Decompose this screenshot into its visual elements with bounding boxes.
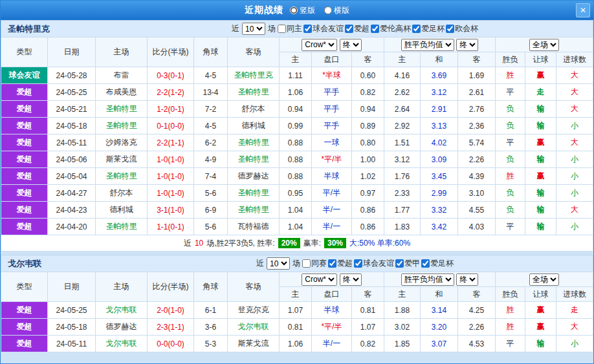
window-title: 近期战绩 bbox=[245, 5, 283, 16]
competition-filter-option[interactable]: 同主 bbox=[277, 23, 302, 34]
filter-checkbox[interactable] bbox=[302, 259, 311, 268]
col-away: 客场 bbox=[228, 272, 280, 302]
competition-filter-option[interactable]: 球会友谊 bbox=[353, 258, 394, 269]
match-date: 24-05-18 bbox=[48, 118, 96, 134]
mean-odds-draw: 3.13 bbox=[421, 118, 458, 134]
result-handicap: 赢 bbox=[525, 134, 556, 151]
match-type-badge: 爱超 bbox=[1, 219, 48, 235]
handicap-odds-away: 0.94 bbox=[352, 101, 384, 118]
filter-checkbox[interactable] bbox=[412, 25, 421, 33]
filter-checkbox[interactable] bbox=[328, 259, 336, 268]
filter-checkbox[interactable] bbox=[303, 25, 312, 33]
summary-text-4: 大:50% 单率:60% bbox=[349, 238, 410, 249]
result-goals: 大 bbox=[556, 202, 593, 219]
mean-odds-draw: 2.91 bbox=[421, 101, 458, 118]
result-handicap: 输 bbox=[525, 336, 556, 352]
corner-count: 4-9 bbox=[194, 151, 228, 168]
mean-final-select[interactable]: 终 bbox=[456, 39, 478, 51]
corner-count: 7-4 bbox=[194, 168, 228, 185]
mean-odds-away: 4.25 bbox=[458, 302, 496, 319]
home-team-name: 圣帕特里 bbox=[96, 101, 148, 118]
result-handicap: 输 bbox=[525, 219, 556, 235]
mean-odds-away: 2.26 bbox=[458, 151, 496, 168]
mean-odds-home: 2.62 bbox=[384, 84, 421, 101]
score: 2-0(1-0) bbox=[148, 302, 194, 319]
filter-checkbox[interactable] bbox=[345, 25, 353, 33]
result-goals: 大 bbox=[556, 67, 593, 84]
scope-select[interactable]: 全场 bbox=[529, 273, 559, 286]
scope-select[interactable]: 全场 bbox=[529, 39, 559, 51]
competition-filter-option[interactable]: 欧会杯 bbox=[445, 23, 478, 34]
mean-odds-draw: 3.12 bbox=[421, 84, 458, 101]
mean-odds-select[interactable]: 胜平负均值 bbox=[401, 273, 454, 286]
vertical-radio-label: 竖版 bbox=[300, 5, 315, 16]
near-label: 近 bbox=[232, 23, 239, 34]
competition-filter-option[interactable]: 爱超 bbox=[327, 258, 353, 269]
odds-source-group: Crow* 终 bbox=[280, 272, 384, 287]
matches-body-1: 球会友谊24-05-28布雷0-3(0-1)4-5圣帕特里克1.11*半球0.6… bbox=[1, 67, 593, 235]
result-wdl: 负 bbox=[496, 185, 525, 202]
layout-horizontal-option[interactable]: 横版 bbox=[324, 5, 349, 16]
result-goals: 小 bbox=[556, 168, 593, 185]
odds-source-select[interactable]: Crow* bbox=[302, 39, 337, 51]
corner-count: 6-2 bbox=[194, 134, 228, 151]
filter-checkbox[interactable] bbox=[421, 259, 430, 268]
match-count-select[interactable]: 10 bbox=[267, 257, 290, 270]
result-goals: 小 bbox=[556, 151, 593, 168]
competition-filter-option[interactable]: 爱足杯 bbox=[421, 258, 454, 269]
close-button[interactable]: ✕ bbox=[576, 3, 590, 17]
match-date: 24-04-20 bbox=[48, 219, 96, 235]
odds-source-select[interactable]: Crow* bbox=[302, 273, 337, 286]
mean-final-select[interactable]: 终 bbox=[456, 273, 478, 286]
match-row: 爱超24-05-18德罗赫达2-3(1-1)3-6戈尔韦联0.81*平/半1.0… bbox=[1, 319, 593, 336]
home-team-name: 圣帕特里 bbox=[96, 219, 148, 235]
team-section-2: 戈尔韦联 近 10 场 同赛爱超球会友谊爱甲爱足杯 类型 日期 主场 比分 bbox=[1, 255, 593, 352]
match-count-select[interactable]: 10 bbox=[242, 23, 265, 35]
filter-checkbox[interactable] bbox=[446, 25, 454, 33]
odds-final-select[interactable]: 终 bbox=[340, 273, 362, 286]
col-type: 类型 bbox=[1, 37, 48, 67]
horizontal-radio[interactable] bbox=[324, 6, 332, 14]
col-handicap: 盘口 bbox=[312, 52, 352, 67]
corner-count: 5-6 bbox=[194, 185, 228, 202]
summary-text-3: 赢率: bbox=[303, 238, 321, 249]
col-corner: 角球 bbox=[194, 272, 228, 302]
result-wdl: 负 bbox=[496, 101, 525, 118]
competition-filter-option[interactable]: 爱伦高杯 bbox=[370, 23, 411, 34]
match-row: 爱超24-05-11戈尔韦联0-0(0-0)5-3斯莱戈流1.06半/一0.82… bbox=[1, 336, 593, 352]
corner-count: 13-4 bbox=[194, 84, 228, 101]
mean-odds-home: 1.83 bbox=[384, 219, 421, 235]
competition-filter-option[interactable]: 爱超 bbox=[344, 23, 369, 34]
result-wdl: 胜 bbox=[496, 302, 525, 319]
competition-filter-option[interactable]: 球会友谊 bbox=[303, 23, 344, 34]
competition-filter-option[interactable]: 爱足杯 bbox=[412, 23, 445, 34]
col-odds-home: 主 bbox=[280, 287, 312, 302]
odds-final-select[interactable]: 终 bbox=[340, 39, 362, 51]
competition-filter-option[interactable]: 同赛 bbox=[302, 258, 327, 269]
mean-odds-draw: 3.20 bbox=[421, 319, 458, 336]
mean-odds-away: 4.39 bbox=[458, 168, 496, 185]
competition-filter-option[interactable]: 爱甲 bbox=[395, 258, 420, 269]
filter-checkbox[interactable] bbox=[395, 259, 404, 268]
vertical-radio[interactable] bbox=[290, 6, 298, 14]
filter-checkbox[interactable] bbox=[354, 259, 362, 268]
summary-text-1: 近 bbox=[184, 238, 192, 249]
away-team-name: 舒尔本 bbox=[228, 101, 280, 118]
layout-vertical-option[interactable]: 竖版 bbox=[290, 5, 315, 16]
mean-odds-select[interactable]: 胜平负均值 bbox=[401, 39, 454, 51]
horizontal-radio-label: 横版 bbox=[334, 5, 349, 16]
match-row: 球会友谊24-05-28布雷0-3(0-1)4-5圣帕特里克1.11*半球0.6… bbox=[1, 67, 593, 84]
away-team-name: 圣帕特里 bbox=[228, 185, 280, 202]
score: 1-0(1-0) bbox=[148, 151, 194, 168]
filter-checkbox[interactable] bbox=[278, 25, 286, 33]
col-mean-draw: 和 bbox=[421, 52, 458, 67]
handicap-odds-away: 0.82 bbox=[352, 84, 384, 101]
filter-checkbox[interactable] bbox=[371, 25, 379, 33]
handicap-line: 平/半 bbox=[312, 185, 352, 202]
result-goals: 大 bbox=[556, 101, 593, 118]
col-odds-away: 客 bbox=[352, 287, 384, 302]
result-goals: 小 bbox=[556, 185, 593, 202]
match-row: 爱超24-05-06斯莱戈流1-0(1-0)4-9圣帕特里0.88*平/半1.0… bbox=[1, 151, 593, 168]
score: 0-3(0-1) bbox=[148, 67, 194, 84]
mean-odds-draw: 3.32 bbox=[421, 202, 458, 219]
